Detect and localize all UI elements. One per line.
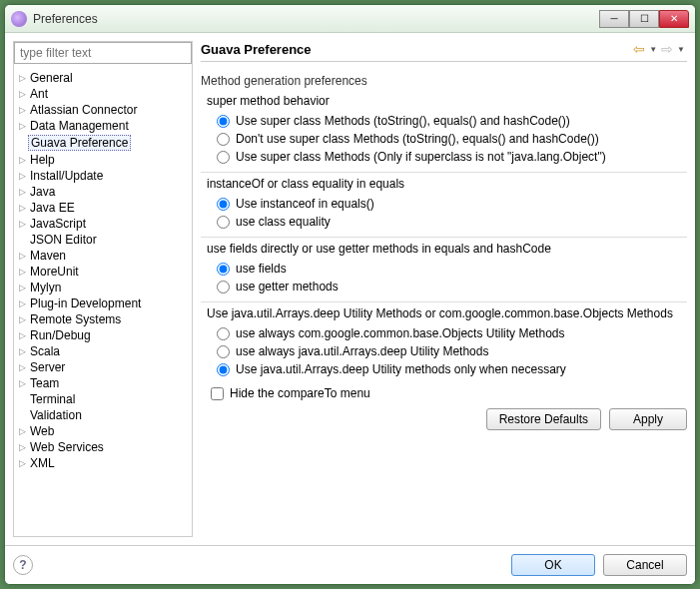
tree-item[interactable]: ▷Java: [16, 184, 190, 200]
tree-item[interactable]: ▷MoreUnit: [16, 264, 190, 280]
expand-arrow-icon[interactable]: ▷: [16, 73, 28, 83]
tree-item[interactable]: ▷Help: [16, 152, 190, 168]
radio-option[interactable]: use getter methods: [207, 278, 687, 295]
tree-item-label: Scala: [28, 344, 62, 358]
tree-item-label: Java: [28, 185, 57, 199]
expand-arrow-icon[interactable]: ▷: [16, 442, 28, 452]
tree-item[interactable]: ▷Remote Systems: [16, 311, 190, 327]
expand-arrow-icon[interactable]: ▷: [16, 426, 28, 436]
tree-item[interactable]: Validation: [16, 407, 190, 423]
tree-item[interactable]: ▷Web: [16, 423, 190, 439]
expand-arrow-icon[interactable]: ▷: [16, 219, 28, 229]
tree-item[interactable]: ▷Web Services: [16, 439, 190, 455]
expand-arrow-icon[interactable]: ▷: [16, 283, 28, 293]
tree-item[interactable]: ▷General: [16, 70, 190, 86]
tree-item[interactable]: ▷Data Management: [16, 118, 190, 134]
expand-arrow-icon[interactable]: ▷: [16, 346, 28, 356]
radio-option[interactable]: Use super class Methods (toString(), equ…: [207, 112, 687, 130]
expand-arrow-icon[interactable]: ▷: [16, 378, 28, 388]
apply-button[interactable]: Apply: [609, 408, 687, 430]
tree-item[interactable]: ▷JavaScript: [16, 216, 190, 232]
tree-item[interactable]: Guava Preference: [16, 134, 190, 152]
radio-option[interactable]: use class equality: [207, 213, 687, 231]
tree-item[interactable]: ▷Install/Update: [16, 168, 190, 184]
radio-label: use always java.util.Arrays.deep Utility…: [236, 344, 488, 358]
content-buttons: Restore Defaults Apply: [201, 402, 687, 432]
expand-arrow-icon[interactable]: ▷: [16, 203, 28, 213]
nav-back-dropdown-icon[interactable]: ▼: [647, 45, 659, 54]
radio-input[interactable]: [217, 133, 230, 146]
tree-item-label: Mylyn: [28, 281, 63, 294]
radio-option[interactable]: use always java.util.Arrays.deep Utility…: [207, 342, 687, 360]
tree-item[interactable]: ▷Scala: [16, 343, 190, 359]
expand-arrow-icon[interactable]: ▷: [16, 171, 28, 181]
expand-arrow-icon[interactable]: ▷: [16, 155, 28, 165]
tree-item-label: Plug-in Development: [28, 296, 143, 310]
restore-defaults-button[interactable]: Restore Defaults: [486, 408, 601, 430]
radio-option[interactable]: Use super class Methods (Only if supercl…: [207, 148, 687, 166]
hide-compareto-row[interactable]: Hide the compareTo menu: [201, 384, 687, 402]
tree-item[interactable]: JSON Editor: [16, 232, 190, 248]
radio-option[interactable]: Use instanceof in equals(): [207, 195, 687, 213]
option-group: use fields directly or use getter method…: [201, 242, 687, 295]
tree-item[interactable]: ▷Team: [16, 375, 190, 391]
radio-input[interactable]: [217, 263, 230, 276]
expand-arrow-icon[interactable]: ▷: [16, 89, 28, 99]
radio-option[interactable]: use always com.google.common.base.Object…: [207, 324, 687, 342]
tree-item-label: Run/Debug: [28, 328, 93, 342]
cancel-button[interactable]: Cancel: [603, 554, 687, 576]
tree-item[interactable]: ▷Mylyn: [16, 280, 190, 295]
radio-option[interactable]: Use java.util.Arrays.deep Utility method…: [207, 360, 687, 378]
expand-arrow-icon[interactable]: ▷: [16, 458, 28, 468]
radio-input[interactable]: [217, 115, 230, 128]
expand-arrow-icon[interactable]: ▷: [16, 121, 28, 131]
radio-input[interactable]: [217, 216, 230, 229]
radio-input[interactable]: [217, 363, 230, 376]
option-group: instanceOf or class equality in equalsUs…: [201, 177, 687, 231]
nav-back-icon[interactable]: ⇦: [631, 41, 647, 57]
tree-item-label: Validation: [28, 408, 84, 422]
tree-item[interactable]: Terminal: [16, 391, 190, 407]
radio-label: Use instanceof in equals(): [236, 197, 374, 211]
close-button[interactable]: ✕: [659, 10, 689, 28]
tree-item[interactable]: ▷Plug-in Development: [16, 295, 190, 311]
tree-item[interactable]: ▷Atlassian Connector: [16, 102, 190, 118]
help-icon[interactable]: ?: [13, 555, 33, 575]
tree-item-label: Ant: [28, 87, 50, 101]
tree-item[interactable]: ▷Maven: [16, 248, 190, 264]
window-title: Preferences: [33, 12, 599, 26]
expand-arrow-icon[interactable]: ▷: [16, 251, 28, 261]
filter-input[interactable]: [14, 42, 192, 64]
radio-option[interactable]: use fields: [207, 260, 687, 278]
expand-arrow-icon[interactable]: ▷: [16, 105, 28, 115]
radio-input[interactable]: [217, 281, 230, 294]
expand-arrow-icon[interactable]: ▷: [16, 298, 28, 308]
preference-tree[interactable]: ▷General▷Ant▷Atlassian Connector▷Data Ma…: [14, 68, 192, 536]
tree-item[interactable]: ▷Server: [16, 359, 190, 375]
hide-compareto-checkbox[interactable]: [211, 387, 224, 400]
tree-item[interactable]: ▷Ant: [16, 86, 190, 102]
maximize-button[interactable]: ☐: [629, 10, 659, 28]
nav-forward-icon[interactable]: ⇨: [659, 41, 675, 57]
radio-input[interactable]: [217, 345, 230, 358]
tree-item-label: Web: [28, 424, 56, 438]
tree-item[interactable]: ▷Java EE: [16, 200, 190, 216]
minimize-button[interactable]: ─: [599, 10, 629, 28]
expand-arrow-icon[interactable]: ▷: [16, 362, 28, 372]
expand-arrow-icon[interactable]: ▷: [16, 267, 28, 277]
expand-arrow-icon[interactable]: ▷: [16, 314, 28, 324]
radio-label: use fields: [236, 262, 287, 276]
radio-input[interactable]: [217, 151, 230, 164]
radio-option[interactable]: Don't use super class Methods (toString(…: [207, 130, 687, 148]
expand-arrow-icon[interactable]: ▷: [16, 330, 28, 340]
radio-input[interactable]: [217, 327, 230, 340]
expand-arrow-icon[interactable]: ▷: [16, 187, 28, 197]
radio-input[interactable]: [217, 198, 230, 211]
nav-forward-dropdown-icon[interactable]: ▼: [675, 45, 687, 54]
tree-item[interactable]: ▷XML: [16, 455, 190, 471]
content-header: Guava Preference ⇦ ▼ ⇨ ▼: [201, 41, 687, 62]
ok-button[interactable]: OK: [511, 554, 595, 576]
tree-item[interactable]: ▷Run/Debug: [16, 327, 190, 343]
tree-item-label: Maven: [28, 249, 68, 263]
tree-item-label: Remote Systems: [28, 312, 123, 326]
